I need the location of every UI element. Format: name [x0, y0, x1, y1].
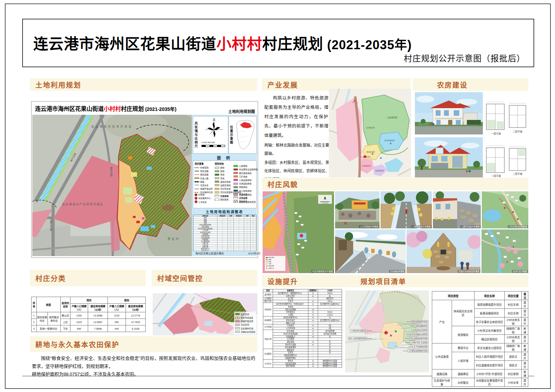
- legend-boxes-a: 现状建筑规划建筑: [215, 194, 233, 202]
- callout-right-2: 精品民宿项目: [416, 329, 428, 332]
- style-image-plan: 居住用地 林地 耕地 水系 建设用地 景观节点 0 10 20 50 村庄风貌规…: [263, 191, 334, 273]
- map-label-road-v: 花果山大道: [49, 219, 52, 231]
- wind-rose-icon: 北: [201, 117, 227, 141]
- style-image-5: 文化墙绘效果图: [335, 229, 405, 273]
- panel-bar-farmland: 耕地与永久基本农田保护: [30, 336, 257, 352]
- panel-title-housing: 农房建设: [413, 80, 468, 90]
- industry-label-0: 山地游览区: [387, 116, 398, 119]
- callout-right-7: 水库整治及景观提升项目: [408, 349, 428, 352]
- panel-title-facilities: 设施提升: [262, 276, 298, 286]
- map-label-village: 雪云村: [168, 237, 180, 241]
- legend-colors-a: 耕地园地林地草地其他农用地设施农用地农村宅基地农村社区服务设施用地二类用地: [215, 166, 233, 198]
- projects-map: 小村茶文化市集项目 村庄人居环境提升项目 观荷园景观提升项目 板栗采摘园项目 精…: [345, 290, 429, 372]
- panel-bar-facilities: 设施提升 规划项目清单: [262, 275, 528, 287]
- panel-title-classification: 村庄分类: [30, 273, 66, 283]
- style-image-3: 人居环境提升效果图: [433, 191, 481, 228]
- wind-rose-label: 风玫瑰与比例尺: [194, 119, 198, 151]
- land-use-map-title: 连云港市海州区花果山街道小村村村庄规划 (2021-2035年): [35, 104, 177, 113]
- poster-page: 连云港市海州区花果山街道小村村村庄规划 (2021-2035年) 村庄规划公开示…: [0, 0, 555, 392]
- panel-bar-space-control: 村域空间管控: [152, 270, 257, 286]
- industry-label-5: 农耕体验区: [375, 169, 384, 172]
- lu-title-suffix: 村庄规划: [121, 106, 144, 112]
- lu-title-highlight: 小村村: [104, 106, 121, 112]
- scale-ticks: 0 100 300 600: [202, 141, 227, 143]
- svg-text:水系: 水系: [268, 263, 271, 265]
- location-label: 位置示意图: [229, 121, 234, 149]
- wind-rose-box: 风玫瑰与比例尺 北 0 100 300 600: [193, 116, 228, 154]
- structure-table-title: 土地用地结构调整表: [192, 209, 257, 214]
- industry-paragraph: 构筑以乡村旅游、特色旅游及配套服务为主导的产业格局，增强村庄发展的内生动力，在保…: [264, 94, 333, 140]
- classification-table: 序号类型自然村名称现状规划户籍人口规模（人）建设用地规模（公顷）户籍人口规模（人…: [31, 297, 146, 332]
- title-suffix: 村庄规划: [262, 36, 323, 52]
- industry-label-1: 茶文化体验区: [384, 139, 395, 141]
- title-year: (2021-2035年): [323, 38, 412, 52]
- location-box: 位置示意图: [229, 116, 257, 154]
- industry-label-4: 乡村服务区: [362, 164, 371, 167]
- map-label-road-c: 郁林北路: [109, 167, 113, 176]
- industry-label-2: 苗木观赏区: [366, 126, 375, 129]
- panel-bar-land-use: 土地利用规划: [30, 78, 257, 91]
- callout-left-1: 村庄人居环境提升项目: [348, 337, 367, 340]
- legend-colors-title: 规划用地: [215, 162, 233, 165]
- credits-date: 2024年6月: [248, 251, 261, 255]
- space-control-map: 生态空间有条件建设区城镇开发边界农业空间生态保护红线河湖水系管控线: [153, 293, 257, 336]
- location-map-icon: [234, 118, 255, 152]
- page-title: 连云港市海州区花果山街道小村村村庄规划 (2021-2035年): [33, 32, 412, 53]
- svg-text:居住用地: 居住用地: [268, 256, 274, 259]
- legend-boxes-b: 村庄建设用地公共设施近期建设用地范围: [233, 193, 256, 204]
- facilities-table: 类别设施项目配置要求小村村政务服务综合服务中心（便民服务中心）★600㎡村务公开…: [263, 289, 342, 368]
- page-subtitle: 村庄规划公开示意图（报批后）: [404, 52, 525, 64]
- svg-text:建设用地: 建设用地: [268, 265, 274, 267]
- panel-title-space-control: 村域空间管控: [152, 273, 203, 283]
- industry-axis: 两轴：郁林北路融合发展轴，对应主要发展轴。: [264, 141, 333, 158]
- legend-lines-title: 现状要素: [195, 162, 214, 165]
- svg-text:北: 北: [213, 118, 215, 121]
- style-image-7: 滨河片区鸟瞰图: [481, 229, 528, 273]
- legend-points: 村委会综合服务中心公交站点: [195, 193, 213, 204]
- structure-table-box: 用地分类现状面积比例规划面积比例增减耕地—————园地—————林地—————草…: [193, 215, 257, 251]
- projects-table: 项目类型项目名称项目位置备注产业休闲观光农业项目观荷园景观提升项目村庄东侧提升板…: [432, 291, 528, 387]
- farmland-line1: 围绕“粮食安全、经济安全、生态安全和社会稳定”的目标，按照发展现代农业、巩固和加…: [32, 354, 255, 370]
- farmland-line2: 耕地保护面积为98.0757公顷，不涉及永久基本农田。: [32, 370, 255, 378]
- style-caption-3: 人居环境提升效果图: [460, 225, 480, 228]
- land-use-map-box: 连云港市海州区花果山街道小村村村庄规划 (2021-2035年) 土地利用规划图: [31, 101, 258, 258]
- legend-color-group-a: 规划用地 耕地园地林地草地其他农用地设施农用地农村宅基地农村社区服务设施用地二类…: [215, 162, 233, 198]
- svg-text:耕地: 耕地: [268, 261, 271, 263]
- style-caption-5: 文化墙绘效果图: [389, 270, 405, 273]
- panel-title-land-use: 土地利用规划: [30, 80, 81, 90]
- panel-title-industry: 产业发展: [262, 80, 298, 90]
- legend-lines-list: 村域范围现状道路规划道路高速公路铁路河流水系城镇开发边界生态保护红线: [195, 166, 214, 194]
- panel-title-projects: 规划项目清单: [298, 276, 406, 286]
- panel-bar-classification: 村庄分类: [30, 270, 146, 286]
- panel-bar-style: 村庄风貌: [262, 178, 528, 190]
- legend-title: 图 例: [192, 155, 257, 160]
- style-caption-6: 农耕文化体验馆效果图: [458, 270, 480, 273]
- style-caption-4: 小村水库周边效果图: [508, 225, 528, 228]
- title-prefix: 连云港市海州区花果山街道: [33, 36, 216, 52]
- house-photo-2: [415, 137, 483, 177]
- style-image-4: 小村水库周边效果图: [482, 191, 528, 228]
- industry-map: 山地游览区 茶文化体验区 苗木观赏区 休闲民宿区 乡村服务区 农耕体验区 综合服…: [329, 89, 411, 177]
- callout-right-0: 观荷园景观提升项目: [411, 320, 428, 323]
- panel-title-farmland: 耕地与永久基本农田保护: [30, 339, 119, 349]
- industry-label-6: 综合服务中心: [361, 155, 371, 158]
- house-photo-1: [415, 92, 483, 134]
- style-caption-0: 村庄风貌规划总平面图: [311, 270, 334, 273]
- svg-text:0 10 20 50: 0 10 20 50: [322, 202, 328, 204]
- callout-right-3: 茶文化展览公园项目: [411, 333, 428, 336]
- legend-lines-group: 现状要素 村域范围现状道路规划道路高速公路铁路河流水系城镇开发边界生态保护红线: [195, 162, 214, 194]
- industry-label-3: 休闲民宿区: [366, 150, 375, 153]
- structure-table: 用地分类现状面积比例规划面积比例增减耕地—————园地—————林地—————草…: [193, 215, 256, 251]
- lu-title-year: (2021-2035年): [144, 106, 177, 112]
- callout-right-6: 亲子农事体验项目: [413, 345, 428, 348]
- style-caption-7: 滨河片区鸟瞰图: [512, 270, 528, 273]
- title-highlight: 小村村: [216, 36, 262, 52]
- lu-title-prefix: 连云港市海州区花果山街道: [35, 106, 104, 112]
- space-control-legend: 生态空间有条件建设区城镇开发边界农业空间生态保护红线河湖水系管控线: [234, 312, 256, 334]
- legend-box: 现状要素 村域范围现状道路规划道路高速公路铁路河流水系城镇开发边界生态保护红线 …: [193, 160, 257, 208]
- style-image-6: 农耕文化体验馆效果图: [407, 229, 480, 273]
- plan-caption-1: 二层平面: [509, 130, 526, 133]
- style-image-2: 人居环境提升效果图: [381, 191, 432, 228]
- plan-caption-3: 二层平面: [509, 172, 526, 175]
- svg-text:林地: 林地: [268, 259, 271, 261]
